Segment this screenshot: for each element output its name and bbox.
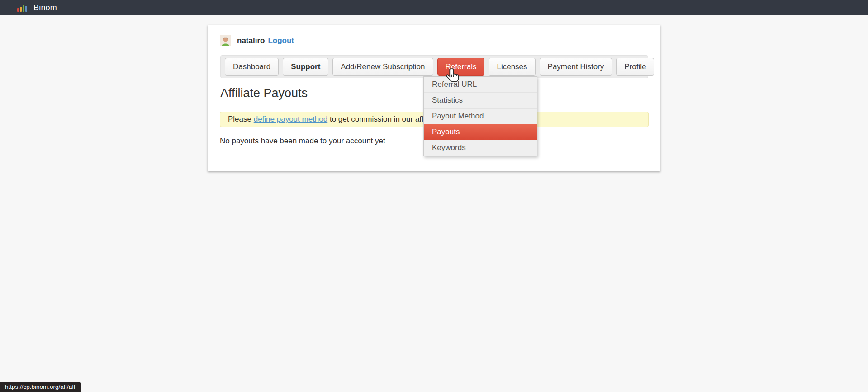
user-name: nataliro: [237, 36, 265, 45]
notice-text-prefix: Please: [228, 115, 254, 123]
menu-item-payouts[interactable]: Payouts: [424, 124, 537, 140]
referrals-dropdown-menu: Referral URL Statistics Payout Method Pa…: [423, 76, 537, 156]
notice-text-suffix: to get commission in our affilia: [327, 115, 433, 123]
topbar: Binom: [0, 0, 868, 15]
user-row: nataliro Logout: [220, 35, 294, 46]
menu-item-statistics[interactable]: Statistics: [424, 93, 537, 109]
nav-dashboard-button[interactable]: Dashboard: [225, 58, 279, 76]
main-navigation: Dashboard Support Add/Renew Subscription…: [220, 55, 648, 78]
nav-profile-button[interactable]: Profile: [616, 58, 654, 76]
menu-item-keywords[interactable]: Keywords: [424, 140, 537, 156]
nav-referrals-button[interactable]: Referrals: [437, 58, 485, 76]
nav-payment-history-button[interactable]: Payment History: [540, 58, 612, 76]
empty-payouts-message: No payouts have been made to your accoun…: [220, 137, 385, 146]
nav-licenses-button[interactable]: Licenses: [489, 58, 535, 76]
define-payout-method-link[interactable]: define payout method: [254, 115, 328, 123]
menu-item-payout-method[interactable]: Payout Method: [424, 109, 537, 124]
nav-support-button[interactable]: Support: [283, 58, 328, 76]
logout-link[interactable]: Logout: [268, 36, 294, 45]
link-url-tooltip: https://cp.binom.org/aff/aff: [0, 382, 81, 392]
user-avatar-icon: [220, 35, 231, 46]
menu-item-referral-url[interactable]: Referral URL: [424, 77, 537, 93]
brand-name: Binom: [33, 3, 57, 13]
page-title: Affiliate Payouts: [220, 86, 308, 100]
nav-add-renew-subscription-button[interactable]: Add/Renew Subscription: [332, 58, 433, 76]
bar-chart-icon: [17, 4, 27, 12]
